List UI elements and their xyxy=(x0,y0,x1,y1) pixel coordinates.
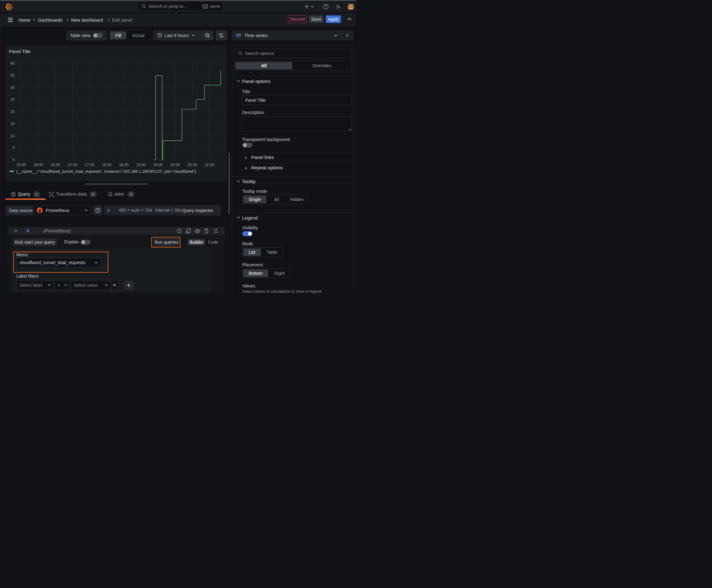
svg-text:30: 30 xyxy=(10,85,15,90)
svg-text:19:00: 19:00 xyxy=(136,163,146,167)
svg-text:0: 0 xyxy=(13,158,15,162)
svg-text:16:00: 16:00 xyxy=(33,163,43,167)
svg-text:20:00: 20:00 xyxy=(170,163,180,167)
svg-text:18:00: 18:00 xyxy=(102,163,111,167)
svg-text:15: 15 xyxy=(10,122,15,126)
svg-text:18:30: 18:30 xyxy=(119,163,129,167)
svg-text:5: 5 xyxy=(13,146,15,150)
svg-text:35: 35 xyxy=(10,73,15,78)
svg-text:40: 40 xyxy=(10,61,15,66)
svg-text:25: 25 xyxy=(10,97,15,102)
svg-text:16:30: 16:30 xyxy=(50,163,60,167)
svg-text:15:30: 15:30 xyxy=(16,163,26,167)
svg-text:21:00: 21:00 xyxy=(204,163,214,167)
svg-text:10: 10 xyxy=(10,134,15,138)
svg-text:{__name__="cloudflared_tunnel_: {__name__="cloudflared_tunnel_total_requ… xyxy=(16,169,196,174)
svg-text:20: 20 xyxy=(10,110,15,114)
svg-text:17:00: 17:00 xyxy=(67,163,77,167)
svg-text:17:30: 17:30 xyxy=(85,163,94,167)
svg-text:19:30: 19:30 xyxy=(153,163,163,167)
svg-text:20:30: 20:30 xyxy=(188,163,197,167)
